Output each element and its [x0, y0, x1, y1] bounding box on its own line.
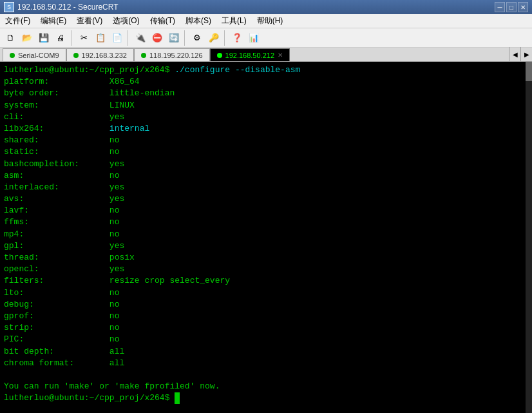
- tb-connect[interactable]: 🔌: [133, 30, 148, 46]
- tb-chart[interactable]: 📊: [246, 30, 261, 46]
- tb-new[interactable]: 🗋: [3, 30, 18, 46]
- tb-paste[interactable]: 📄: [109, 30, 125, 46]
- line-strip: strip: no: [4, 322, 528, 334]
- line-lto: lto: no: [4, 287, 528, 299]
- line-bitdepth: bit depth: all: [4, 346, 528, 358]
- line-shared: shared: no: [4, 135, 528, 146]
- line-thread: thread: posix: [4, 252, 528, 264]
- tab-close-icon[interactable]: ✕: [278, 52, 283, 59]
- tab-nav: ◀ ▶: [509, 47, 532, 61]
- window-title: 192.168.50.212 - SecureCRT: [17, 3, 119, 12]
- app-icon: S: [4, 2, 14, 12]
- tab-serial[interactable]: Serial-COM9: [3, 48, 66, 61]
- line-libx264: libx264: internal: [4, 123, 528, 135]
- menu-script[interactable]: 脚本(S): [180, 14, 216, 28]
- scrollbar-thumb[interactable]: [526, 62, 532, 81]
- tb-cut[interactable]: ✂: [76, 30, 91, 46]
- tab-serial-label: Serial-COM9: [18, 52, 59, 59]
- line-debug: debug: no: [4, 299, 528, 311]
- tb-open[interactable]: 📂: [19, 30, 35, 46]
- menu-edit[interactable]: 编辑(E): [35, 14, 71, 28]
- tb-settings[interactable]: ⚙: [189, 30, 205, 46]
- line-asm: asm: no: [4, 170, 528, 182]
- line-lavf: lavf: no: [4, 205, 528, 216]
- tab-ip3-label: 192.168.50.212: [225, 52, 274, 59]
- title-bar-left: S 192.168.50.212 - SecureCRT: [4, 2, 119, 12]
- tab-nav-next[interactable]: ▶: [520, 47, 532, 61]
- tb-sep3: [184, 30, 187, 46]
- tab-ip1[interactable]: 192.168.3.232: [66, 48, 134, 61]
- toolbar: 🗋 📂 💾 🖨 ✂ 📋 📄 🔌 ⛔ 🔄 ⚙ 🔑 ❓ 📊: [0, 28, 532, 48]
- tab-status-dot-active: [217, 53, 222, 58]
- line-gpl: gpl: yes: [4, 240, 528, 252]
- terminal[interactable]: lutherluo@ubuntu:~/cpp_proj/x264$ ./conf…: [0, 62, 532, 413]
- line-pic: PIC: no: [4, 334, 528, 345]
- tb-print[interactable]: 🖨: [53, 30, 68, 46]
- line-byteorder: byte order: little-endian: [4, 88, 528, 99]
- window-controls[interactable]: ─ □ ✕: [495, 2, 528, 12]
- line-gprof: gprof: no: [4, 311, 528, 322]
- tab-ip2[interactable]: 118.195.220.126: [134, 48, 210, 61]
- tb-save[interactable]: 💾: [36, 30, 52, 46]
- menu-file[interactable]: 文件(F): [0, 14, 35, 28]
- menu-bar: 文件(F) 编辑(E) 查看(V) 选项(O) 传输(T) 脚本(S) 工具(L…: [0, 14, 532, 28]
- tab-nav-prev[interactable]: ◀: [509, 47, 520, 61]
- tab-ip2-label: 118.195.220.126: [149, 52, 203, 59]
- line-bashcompletion: bashcompletion: yes: [4, 158, 528, 170]
- line-static: static: no: [4, 146, 528, 158]
- line-cli: cli: yes: [4, 111, 528, 123]
- title-bar: S 192.168.50.212 - SecureCRT ─ □ ✕: [0, 0, 532, 14]
- close-button[interactable]: ✕: [518, 2, 528, 12]
- line-avs: avs: yes: [4, 193, 528, 205]
- tb-copy[interactable]: 📋: [93, 30, 108, 46]
- tb-reconnect[interactable]: 🔄: [166, 30, 182, 46]
- tab-ip1-label: 192.168.3.232: [82, 52, 127, 59]
- menu-tools[interactable]: 工具(L): [216, 14, 252, 28]
- scrollbar[interactable]: [526, 62, 532, 413]
- line-opencl: opencl: yes: [4, 264, 528, 275]
- tb-sep2: [128, 30, 130, 46]
- menu-options[interactable]: 选项(O): [108, 14, 144, 28]
- tab-status-dot: [10, 53, 15, 58]
- tab-status-dot: [73, 53, 79, 58]
- tab-bar: Serial-COM9 192.168.3.232 118.195.220.12…: [0, 48, 532, 62]
- line-ffms: ffms: no: [4, 216, 528, 228]
- line-blank: [4, 369, 528, 381]
- tb-sep4: [224, 30, 227, 46]
- line-chromaformat: chroma format: all: [4, 358, 528, 369]
- tb-keygen[interactable]: 🔑: [206, 30, 222, 46]
- tb-help[interactable]: ❓: [229, 30, 245, 46]
- line-system: system: LINUX: [4, 100, 528, 111]
- line-prompt1: lutherluo@ubuntu:~/cpp_proj/x264$ ./conf…: [4, 64, 528, 76]
- tab-status-dot: [141, 53, 146, 58]
- line-mp4: mp4: no: [4, 229, 528, 240]
- line-interlaced: interlaced: yes: [4, 182, 528, 193]
- menu-transfer[interactable]: 传输(T): [145, 14, 180, 28]
- minimize-button[interactable]: ─: [495, 2, 505, 12]
- tab-ip3[interactable]: 192.168.50.212 ✕: [210, 48, 290, 61]
- line-info: You can run 'make' or 'make fprofiled' n…: [4, 381, 528, 392]
- menu-view[interactable]: 查看(V): [71, 14, 108, 28]
- menu-help[interactable]: 帮助(H): [252, 14, 289, 28]
- maximize-button[interactable]: □: [506, 2, 517, 12]
- tb-disconnect[interactable]: ⛔: [149, 30, 165, 46]
- line-platform: platform: X86_64: [4, 76, 528, 88]
- line-prompt2: lutherluo@ubuntu:~/cpp_proj/x264$: [4, 392, 528, 404]
- tb-sep1: [71, 30, 73, 46]
- line-filters: filters: resize crop select_every: [4, 275, 528, 287]
